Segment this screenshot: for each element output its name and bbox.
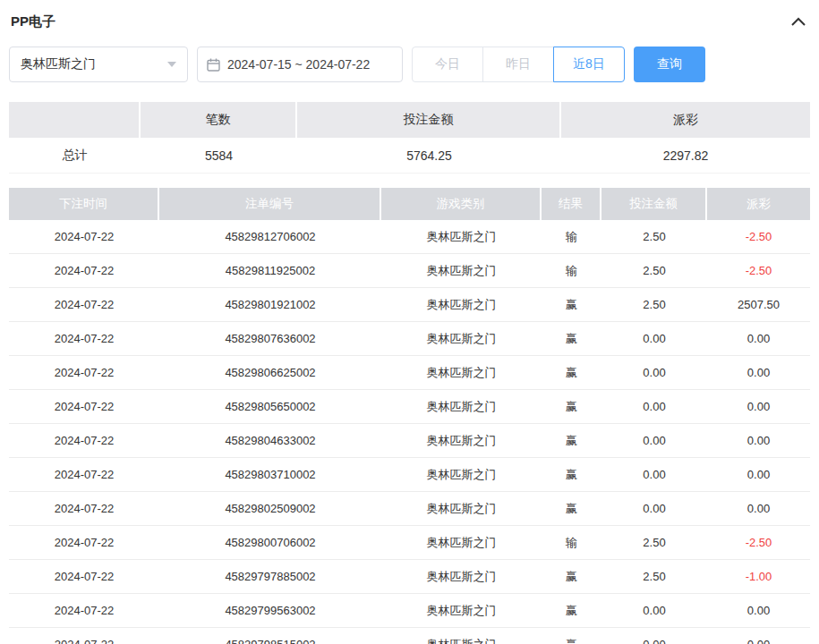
cell-bet-amount: 0.00: [601, 424, 707, 457]
pp-electronic-panel: PP电子 奥林匹斯之门 2024-07-15 ~ 2024-07-22: [0, 0, 819, 644]
summary-total-bet-amount: 5764.25: [297, 138, 561, 174]
cell-payout: -1.00: [707, 560, 810, 593]
column-header-result: 结果: [542, 188, 601, 220]
table-header-row: 下注时间 注单编号 游戏类别 结果 投注金额 派彩: [9, 188, 810, 220]
cell-bet-id: 45829807636002: [159, 322, 381, 355]
cell-result: 赢: [542, 424, 601, 457]
cell-bet-amount: 2.50: [601, 254, 707, 287]
cell-bet-id: 45829799563002: [159, 594, 381, 627]
cell-payout: 0.00: [707, 322, 810, 355]
date-range-input[interactable]: 2024-07-15 ~ 2024-07-22: [197, 47, 403, 82]
cell-bet-id: 45829806625002: [159, 356, 381, 389]
cell-bet-time: 2024-07-22: [9, 220, 159, 253]
panel-header: PP电子: [9, 9, 810, 32]
table-row: 2024-07-2245829803710002奥林匹斯之门赢0.000.00: [9, 458, 810, 492]
cell-game-category: 奥林匹斯之门: [381, 322, 542, 355]
cell-bet-amount: 0.00: [601, 628, 707, 644]
table-row: 2024-07-2245829797885002奥林匹斯之门赢2.50-1.00: [9, 560, 810, 594]
date-range-value: 2024-07-15 ~ 2024-07-22: [227, 57, 370, 72]
cell-game-category: 奥林匹斯之门: [381, 560, 542, 593]
summary-total-count: 5584: [141, 138, 297, 174]
cell-bet-id: 45829801921002: [159, 288, 381, 321]
cell-bet-amount: 2.50: [601, 220, 707, 253]
summary-total-row: 总计 5584 5764.25 2297.82: [9, 138, 810, 174]
table-row: 2024-07-2245829801921002奥林匹斯之门赢2.502507.…: [9, 288, 810, 322]
cell-payout: 0.00: [707, 390, 810, 423]
cell-bet-time: 2024-07-22: [9, 424, 159, 457]
cell-game-category: 奥林匹斯之门: [381, 390, 542, 423]
cell-bet-amount: 0.00: [601, 390, 707, 423]
cell-result: 赢: [542, 356, 601, 389]
cell-result: 输: [542, 526, 601, 559]
cell-bet-time: 2024-07-22: [9, 390, 159, 423]
column-header-payout: 派彩: [707, 188, 810, 220]
cell-bet-time: 2024-07-22: [9, 322, 159, 355]
cell-result: 赢: [542, 560, 601, 593]
table-row: 2024-07-2245829812706002奥林匹斯之门输2.50-2.50: [9, 220, 810, 254]
cell-payout: -2.50: [707, 220, 810, 253]
table-row: 2024-07-2245829807636002奥林匹斯之门赢0.000.00: [9, 322, 810, 356]
cell-payout: 0.00: [707, 594, 810, 627]
game-select[interactable]: 奥林匹斯之门: [9, 47, 188, 82]
cell-bet-id: 45829812706002: [159, 220, 381, 253]
cell-bet-time: 2024-07-22: [9, 560, 159, 593]
table-row: 2024-07-2245829811925002奥林匹斯之门输2.50-2.50: [9, 254, 810, 288]
summary-total-payout: 2297.82: [561, 138, 810, 174]
cell-bet-id: 45829797885002: [159, 560, 381, 593]
cell-payout: 0.00: [707, 458, 810, 491]
cell-bet-id: 45829803710002: [159, 458, 381, 491]
table-row: 2024-07-2245829806625002奥林匹斯之门赢0.000.00: [9, 356, 810, 390]
column-header-game-category: 游戏类别: [381, 188, 542, 220]
chevron-up-icon: [791, 15, 806, 29]
cell-result: 赢: [542, 628, 601, 644]
cell-game-category: 奥林匹斯之门: [381, 458, 542, 491]
cell-bet-id: 45829811925002: [159, 254, 381, 287]
cell-bet-id: 45829805650002: [159, 390, 381, 423]
cell-game-category: 奥林匹斯之门: [381, 424, 542, 457]
cell-payout: 0.00: [707, 628, 810, 644]
cell-payout: -2.50: [707, 526, 810, 559]
cell-bet-time: 2024-07-22: [9, 526, 159, 559]
bet-records-table: 下注时间 注单编号 游戏类别 结果 投注金额 派彩 2024-07-224582…: [9, 188, 810, 644]
cell-bet-time: 2024-07-22: [9, 254, 159, 287]
table-row: 2024-07-2245829804633002奥林匹斯之门赢0.000.00: [9, 424, 810, 458]
cell-game-category: 奥林匹斯之门: [381, 254, 542, 287]
cell-bet-time: 2024-07-22: [9, 594, 159, 627]
summary-total-label: 总计: [9, 138, 141, 174]
table-row: 2024-07-2245829805650002奥林匹斯之门赢0.000.00: [9, 390, 810, 424]
cell-result: 输: [542, 220, 601, 253]
column-header-bet-amount: 投注金额: [601, 188, 707, 220]
cell-bet-amount: 0.00: [601, 492, 707, 525]
table-row: 2024-07-2245829798515002奥林匹斯之门赢0.000.00: [9, 628, 810, 644]
summary-table: 笔数 投注金额 派彩 总计 5584 5764.25 2297.82: [9, 102, 810, 174]
cell-bet-id: 45829798515002: [159, 628, 381, 644]
cell-bet-amount: 0.00: [601, 594, 707, 627]
cell-result: 赢: [542, 390, 601, 423]
cell-bet-time: 2024-07-22: [9, 458, 159, 491]
last-8-days-button[interactable]: 近8日: [553, 47, 625, 82]
query-button[interactable]: 查询: [634, 47, 705, 82]
summary-header-payout: 派彩: [561, 102, 810, 138]
summary-header-row: 笔数 投注金额 派彩: [9, 102, 810, 138]
today-button[interactable]: 今日: [412, 47, 483, 82]
collapse-panel-button[interactable]: [789, 12, 808, 31]
cell-game-category: 奥林匹斯之门: [381, 220, 542, 253]
summary-header-empty: [9, 102, 141, 138]
calendar-icon: [207, 58, 220, 72]
panel-title: PP电子: [11, 13, 55, 30]
cell-bet-time: 2024-07-22: [9, 356, 159, 389]
cell-bet-time: 2024-07-22: [9, 288, 159, 321]
summary-header-bet-amount: 投注金额: [297, 102, 561, 138]
cell-result: 赢: [542, 458, 601, 491]
cell-bet-amount: 2.50: [601, 288, 707, 321]
cell-result: 输: [542, 254, 601, 287]
summary-header-count: 笔数: [141, 102, 297, 138]
cell-bet-time: 2024-07-22: [9, 628, 159, 644]
cell-payout: 0.00: [707, 424, 810, 457]
cell-bet-id: 45829802509002: [159, 492, 381, 525]
cell-game-category: 奥林匹斯之门: [381, 628, 542, 644]
cell-game-category: 奥林匹斯之门: [381, 356, 542, 389]
yesterday-button[interactable]: 昨日: [482, 47, 554, 82]
column-header-bet-id: 注单编号: [159, 188, 381, 220]
table-row: 2024-07-2245829799563002奥林匹斯之门赢0.000.00: [9, 594, 810, 628]
